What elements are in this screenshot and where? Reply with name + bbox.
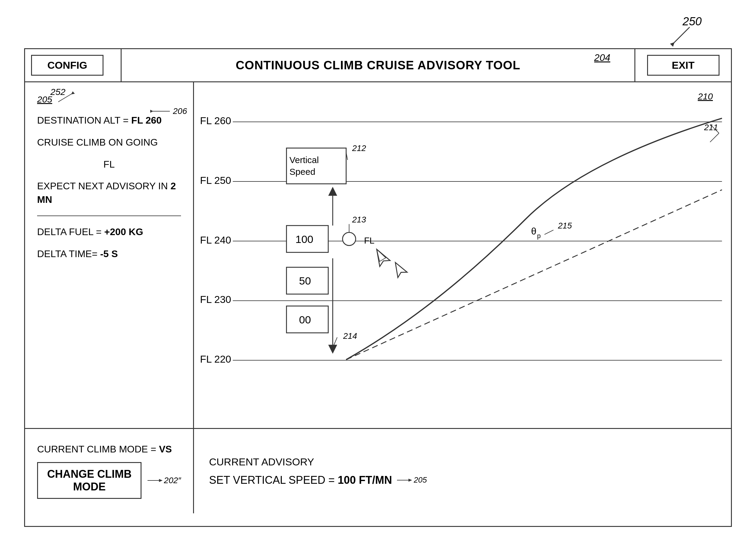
current-advisory-title: CURRENT ADVISORY — [209, 456, 716, 468]
theta-p-label: θ — [531, 226, 536, 236]
delta-time-line: DELTA TIME= -5 S — [37, 247, 181, 261]
header-row: CONFIG CONTINUOUS CLIMB CRUISE ADVISORY … — [25, 49, 731, 82]
current-climb-mode-value: VS — [159, 444, 172, 455]
annotation-206: 206 — [149, 106, 187, 116]
delta-time-value: -5 S — [100, 248, 118, 259]
vs-label-line2: Speed — [290, 167, 315, 177]
header-title: CONTINUOUS CLIMB CRUISE ADVISORY TOOL — [236, 58, 520, 72]
vs-100-value: 100 — [295, 233, 313, 245]
annotation-205-bottom: 205 — [397, 475, 427, 485]
current-climb-mode-line: CURRENT CLIMB MODE = VS — [37, 444, 181, 455]
fl-260-label: FL 260 — [200, 115, 231, 126]
bottom-row: CURRENT CLIMB MODE = VS CHANGE CLIMB MOD… — [25, 429, 731, 513]
fl-220-label: FL 220 — [200, 354, 231, 365]
bottom-left: CURRENT CLIMB MODE = VS CHANGE CLIMB MOD… — [25, 429, 194, 513]
fl-240-label: FL 240 — [200, 234, 231, 246]
set-vs-prefix-text: SET VERTICAL SPEED = — [209, 474, 338, 486]
svg-marker-7 — [373, 247, 386, 261]
header-ref-number: 204 — [594, 52, 610, 63]
vs-arrow-down-head — [328, 345, 337, 354]
bottom-right: CURRENT ADVISORY SET VERTICAL SPEED = 10… — [194, 429, 731, 513]
theta-p-sub: p — [537, 232, 541, 239]
vs-label-line1: Vertical — [290, 155, 319, 165]
destination-alt-value: FL 260 — [131, 115, 162, 126]
climb-path-dashed — [346, 190, 722, 360]
header-exit-area: EXIT — [635, 49, 731, 81]
svg-marker-8 — [391, 260, 407, 278]
change-climb-area: CHANGE CLIMB MODE 202″ — [37, 462, 181, 499]
ann-202-arrow — [148, 476, 163, 485]
cruise-climb-status: CRUISE CLIMB ON GOING — [37, 136, 181, 149]
ann-206-arrow — [149, 107, 173, 116]
destination-alt-prefix: DESTINATION ALT = — [37, 115, 131, 126]
climb-path-solid — [346, 118, 722, 360]
aircraft-symbol-2 — [391, 260, 407, 278]
svg-marker-10 — [159, 479, 163, 482]
left-panel: 205 206 DESTINATION ALT = FL 260 CRUISE … — [25, 82, 194, 428]
vs-circle — [343, 232, 356, 246]
config-button[interactable]: CONFIG — [31, 55, 103, 76]
vs-00-value: 00 — [299, 314, 311, 326]
set-vs-value: 100 FT/MN — [338, 474, 392, 486]
header-config-area: CONFIG — [25, 49, 121, 81]
main-container: CONFIG CONTINUOUS CLIMB CRUISE ADVISORY … — [24, 48, 732, 527]
delta-fuel-prefix: DELTA FUEL = — [37, 226, 104, 237]
header-title-area: CONTINUOUS CLIMB CRUISE ADVISORY TOOL 20… — [121, 49, 635, 81]
ann-212-text: 212 — [352, 143, 366, 153]
ann-215-line — [544, 230, 554, 234]
fl-230-label: FL 230 — [200, 294, 231, 305]
set-vs-prefix: SET VERTICAL SPEED = 100 FT/MN — [209, 474, 392, 487]
delta-fuel-value: +200 KG — [104, 226, 143, 237]
svg-marker-5 — [150, 110, 153, 113]
expect-advisory-line: EXPECT NEXT ADVISORY IN 2 MN — [37, 179, 181, 206]
vs-50-value: 50 — [299, 275, 311, 287]
chart-ref-number: 210 — [698, 91, 713, 102]
content-row: 205 206 DESTINATION ALT = FL 260 CRUISE … — [25, 82, 731, 429]
ann-214-text: 214 — [343, 331, 357, 341]
delta-fuel-line: DELTA FUEL = +200 KG — [37, 225, 181, 239]
current-climb-mode-prefix: CURRENT CLIMB MODE = — [37, 444, 159, 455]
expect-advisory-prefix: EXPECT NEXT ADVISORY IN — [37, 180, 171, 191]
delta-time-prefix: DELTA TIME= — [37, 248, 100, 259]
fl-250-label: FL 250 — [200, 175, 231, 186]
annotation-202: 202″ — [148, 476, 181, 485]
current-advisory-value-line: SET VERTICAL SPEED = 100 FT/MN 205 — [209, 474, 716, 487]
exit-button[interactable]: EXIT — [647, 55, 720, 76]
vs-arrow-up-head — [328, 187, 337, 196]
change-climb-mode-button[interactable]: CHANGE CLIMB MODE — [37, 462, 142, 499]
annotation-250-arrow — [666, 24, 696, 48]
right-panel: 210 FL 260 FL 250 FL 240 FL 230 FL 220 — [194, 82, 731, 428]
ann-211-text: 211 — [704, 123, 718, 132]
ann-211-bracket2 — [710, 133, 719, 142]
chart-svg: FL 260 FL 250 FL 240 FL 230 FL 220 Verti… — [197, 100, 728, 416]
svg-marker-12 — [409, 479, 412, 482]
info-divider — [37, 215, 181, 216]
vs-box — [287, 148, 346, 184]
ann-205b-arrow — [397, 476, 412, 485]
left-panel-ref: 205 — [37, 94, 181, 105]
ann-215-text: 215 — [557, 221, 572, 230]
svg-marker-1 — [670, 42, 675, 47]
svg-marker-6 — [372, 246, 390, 266]
ann-213-text: 213 — [352, 215, 366, 224]
aircraft-symbol — [372, 246, 390, 266]
fl-label: FL — [37, 158, 181, 171]
fl-chart-label: FL — [364, 235, 375, 245]
